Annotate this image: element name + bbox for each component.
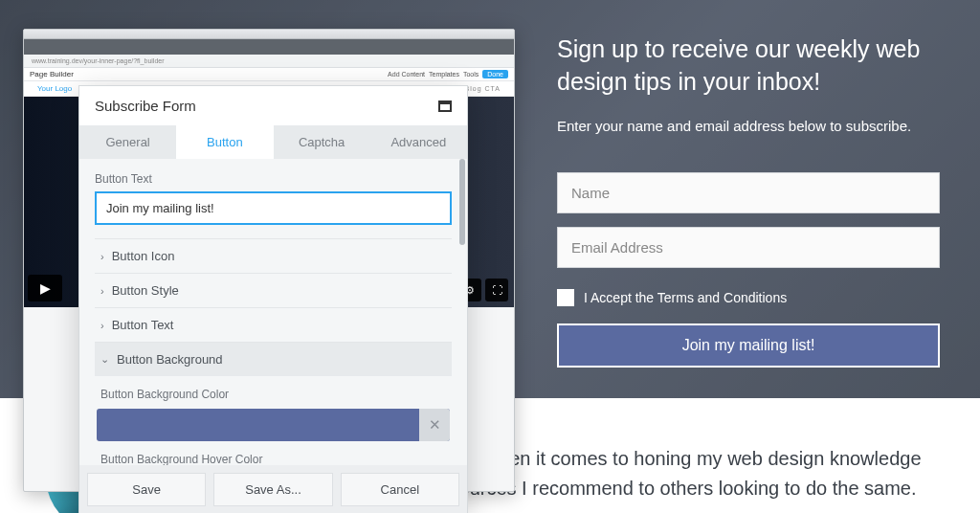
name-input[interactable] <box>557 172 940 213</box>
address-bar[interactable]: www.training.dev/your-inner-page/?fl_bui… <box>24 55 514 68</box>
browser-chrome <box>24 30 514 39</box>
email-input[interactable] <box>557 227 940 268</box>
terms-checkbox[interactable] <box>557 289 574 306</box>
chevron-down-icon: ⌄ <box>100 353 109 366</box>
modal-header: Subscribe Form <box>79 86 467 125</box>
testimonial-line1: o when it comes to honing my web design … <box>469 448 922 469</box>
modal-footer: Save Save As... Cancel <box>79 465 467 513</box>
subscribe-button[interactable]: Join my mailing list! <box>557 323 940 368</box>
builder-actions: Add Content Templates Tools Done <box>388 70 508 78</box>
responsive-icon[interactable] <box>438 100 452 112</box>
tab-button[interactable]: Button <box>176 125 273 159</box>
bg-color-label: Button Background Color <box>95 376 452 409</box>
cancel-button[interactable]: Cancel <box>341 473 459 506</box>
save-button[interactable]: Save <box>87 473 206 506</box>
fullscreen-icon[interactable]: ⛶ <box>485 279 508 301</box>
play-button[interactable]: ▶ <box>28 275 62 301</box>
done-button[interactable]: Done <box>482 70 508 78</box>
subscribe-form-modal: Subscribe Form General Button Captcha Ad… <box>79 86 467 513</box>
acc-button-icon[interactable]: ›Button Icon <box>95 238 452 273</box>
tab-advanced[interactable]: Advanced <box>370 125 467 159</box>
tools-button[interactable]: Tools <box>463 71 479 78</box>
button-text-input[interactable] <box>95 191 452 225</box>
modal-tabs: General Button Captcha Advanced <box>79 125 467 159</box>
templates-button[interactable]: Templates <box>429 71 459 78</box>
button-text-label: Button Text <box>95 172 452 186</box>
bg-hover-label: Button Background Hover Color <box>95 441 452 465</box>
acc-button-style[interactable]: ›Button Style <box>95 273 452 307</box>
site-logo: Your Logo <box>37 84 72 93</box>
chevron-right-icon: › <box>100 251 104 262</box>
page-builder-label: Page Builder <box>30 70 74 78</box>
tab-general[interactable]: General <box>79 125 176 159</box>
signup-subheading: Enter your name and email address below … <box>557 118 940 134</box>
acc-button-text[interactable]: ›Button Text <box>95 307 452 342</box>
chevron-right-icon: › <box>100 320 104 331</box>
clear-color-icon[interactable]: ✕ <box>419 409 450 441</box>
add-content-button[interactable]: Add Content <box>388 71 425 78</box>
modal-body: Button Text ›Button Icon ›Button Style ›… <box>79 159 467 465</box>
signup-heading: Sign up to receive our weekly web design… <box>557 33 940 99</box>
modal-title: Subscribe Form <box>95 98 196 114</box>
builder-toolbar: Page Builder Add Content Templates Tools… <box>24 68 514 81</box>
chevron-right-icon: › <box>100 285 104 297</box>
save-as-button[interactable]: Save As... <box>213 473 332 506</box>
browser-tabstrip <box>24 39 514 55</box>
acc-button-background[interactable]: ⌄Button Background <box>95 342 452 376</box>
terms-row[interactable]: I Accept the Terms and Conditions <box>557 289 940 306</box>
signup-panel: Sign up to receive our weekly web design… <box>557 33 940 368</box>
terms-label: I Accept the Terms and Conditions <box>584 290 787 305</box>
tab-captcha[interactable]: Captcha <box>274 125 370 159</box>
bg-color-swatch[interactable]: ✕ <box>97 409 450 441</box>
scrollbar[interactable] <box>459 159 465 245</box>
